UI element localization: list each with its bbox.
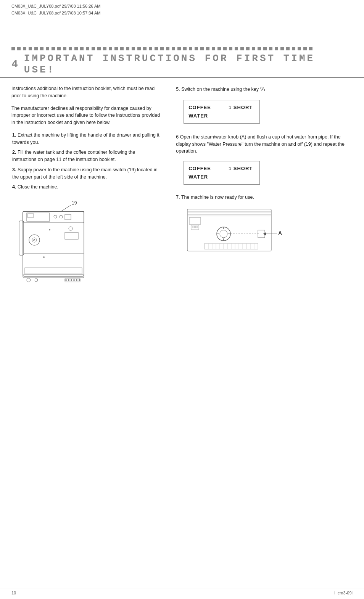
dot — [74, 47, 78, 50]
svg-point-23 — [71, 279, 72, 281]
section-title: IMPORTANT INSTRUCTIONS FOR FIRST TIME US… — [24, 53, 353, 76]
dot — [69, 47, 72, 50]
dot — [172, 47, 175, 50]
dot — [258, 47, 261, 50]
svg-point-5 — [54, 215, 57, 218]
dot — [298, 47, 301, 50]
footer-doc-id: l_cm3-09i — [334, 591, 353, 595]
dot — [155, 47, 158, 50]
dot — [246, 47, 250, 50]
dot — [229, 47, 232, 50]
dot — [29, 47, 32, 50]
svg-rect-16 — [25, 268, 82, 274]
svg-point-6 — [60, 215, 63, 218]
svg-point-22 — [68, 279, 69, 281]
dot — [160, 47, 164, 50]
svg-point-18 — [27, 278, 31, 282]
svg-point-24 — [73, 279, 75, 281]
display-row-1: COFFEE 1 SHORT — [188, 103, 253, 112]
display-row-3: COFFEE 1 SHORT — [188, 164, 253, 173]
dot — [120, 47, 124, 50]
svg-text:↗: ↗ — [32, 238, 35, 242]
dot — [286, 47, 290, 50]
dot — [269, 47, 272, 50]
svg-point-25 — [76, 279, 77, 281]
dot — [206, 47, 209, 50]
footer: 10 l_cm3-09i — [0, 588, 364, 595]
display2-coffee: COFFEE — [188, 164, 211, 173]
dot — [46, 47, 49, 50]
steam-svg: A — [184, 205, 290, 259]
svg-point-21 — [65, 279, 67, 281]
section-header: 4 IMPORTANT INSTRUCTIONS FOR FIRST TIME … — [0, 53, 364, 78]
dot — [149, 47, 152, 50]
svg-rect-15 — [23, 253, 84, 276]
dot — [126, 47, 129, 50]
two-col-layout: Instructions additional to the instructi… — [0, 85, 364, 284]
dot — [80, 47, 84, 50]
svg-marker-48 — [263, 232, 266, 235]
intro-text-2: The manufacturer declines all responsibi… — [11, 105, 160, 126]
dot — [63, 47, 66, 50]
dot — [92, 47, 95, 50]
svg-rect-4 — [27, 214, 34, 217]
display-box-1: COFFEE 1 SHORT WATER — [184, 100, 260, 124]
dot — [189, 47, 192, 50]
col-right: 5. Switch on the machine using the key ⁰… — [168, 85, 353, 284]
svg-rect-34 — [189, 217, 201, 224]
meta-line-1: CM03X_U&C_JULY08.pdf 29/7/08 11:56:26 AM — [11, 3, 353, 10]
dot — [200, 47, 204, 50]
dot — [11, 47, 15, 50]
dot — [52, 47, 55, 50]
display2-water: WATER — [188, 173, 208, 181]
dot — [114, 47, 118, 50]
dot — [212, 47, 215, 50]
step-7: 7. The machine is now ready for use. — [176, 195, 353, 200]
step-4: 4. Close the machine. — [11, 184, 160, 191]
dot — [57, 47, 61, 50]
machine-svg: 19 — [15, 200, 95, 288]
svg-point-27 — [43, 256, 45, 258]
dot — [86, 47, 89, 50]
dot — [109, 47, 112, 50]
display1-short: 1 SHORT — [229, 103, 253, 112]
dot — [97, 47, 101, 50]
section-number: 4 — [11, 58, 19, 70]
dot — [143, 47, 147, 50]
dot — [217, 47, 221, 50]
step-3: 3. Supply power to the machine using the… — [11, 166, 160, 181]
dot — [252, 47, 255, 50]
step-2: 2. Fill the water tank and the coffee co… — [11, 149, 160, 163]
dot — [166, 47, 169, 50]
dot — [177, 47, 181, 50]
step7-text: 7. The machine is now ready for use. — [176, 195, 353, 200]
dot — [235, 47, 238, 50]
svg-point-37 — [194, 226, 196, 228]
footer-page-number: 10 — [11, 591, 16, 595]
svg-point-26 — [79, 279, 80, 281]
step6-text: 6 Open the steam/water knob (A) and flus… — [176, 134, 353, 155]
steam-diagram: A — [184, 205, 283, 255]
svg-point-40 — [220, 230, 227, 238]
dot — [240, 47, 244, 50]
svg-point-19 — [35, 279, 38, 282]
dot — [292, 47, 295, 50]
col-left: Instructions additional to the instructi… — [11, 85, 168, 284]
key-icon: ⁰⁄₁ — [260, 85, 266, 94]
dot — [280, 47, 284, 50]
svg-rect-35 — [191, 225, 199, 230]
display-row-4: WATER — [188, 173, 253, 181]
steps-list: 1. Extract the machine by lifting the ha… — [11, 132, 160, 191]
dot — [275, 47, 278, 50]
dot — [132, 47, 135, 50]
dot — [309, 47, 312, 50]
dot — [34, 47, 38, 50]
svg-point-38 — [196, 226, 198, 228]
svg-rect-14 — [65, 232, 78, 239]
display-row-2: WATER — [188, 112, 253, 120]
svg-point-36 — [192, 226, 193, 228]
display-box-2: COFFEE 1 SHORT WATER — [184, 161, 260, 185]
machine-diagram: 19 — [15, 200, 92, 284]
dot — [263, 47, 267, 50]
label-A: A — [278, 230, 282, 236]
